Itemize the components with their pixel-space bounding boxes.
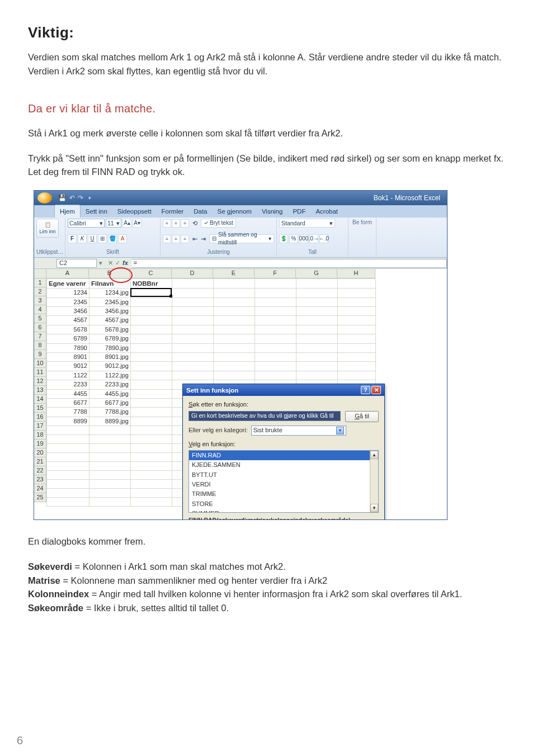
column-header[interactable]: A xyxy=(46,269,89,278)
cell[interactable] xyxy=(131,471,172,480)
cell[interactable] xyxy=(131,343,172,352)
list-item[interactable]: VERDI xyxy=(189,480,378,489)
cell[interactable] xyxy=(131,362,172,371)
cell[interactable]: 9012.jpg xyxy=(90,362,131,371)
fill-handle[interactable] xyxy=(169,295,172,297)
formula-input[interactable]: = xyxy=(131,259,447,268)
scroll-up-icon[interactable]: ▲ xyxy=(370,451,378,459)
cell[interactable] xyxy=(131,480,172,489)
cell[interactable] xyxy=(214,343,255,352)
row-header[interactable]: 4 xyxy=(34,305,46,314)
cell[interactable]: 2233.jpg xyxy=(90,380,131,389)
cell[interactable]: 3456 xyxy=(47,307,90,316)
dialog-help-button[interactable]: ? xyxy=(361,386,370,394)
tab-formler[interactable]: Formler xyxy=(157,205,189,218)
cell[interactable]: 2345.jpg xyxy=(90,297,131,306)
cell[interactable] xyxy=(338,362,376,371)
cell[interactable]: 4455.jpg xyxy=(90,389,131,398)
scrollbar[interactable]: ▲ ▼ xyxy=(370,451,378,512)
cell[interactable] xyxy=(47,435,90,444)
cell[interactable] xyxy=(131,371,172,380)
row-header[interactable]: 5 xyxy=(34,314,46,323)
cell[interactable] xyxy=(131,489,172,498)
currency-icon[interactable]: 💲 xyxy=(279,234,288,243)
grow-font-icon[interactable]: A▴ xyxy=(123,219,131,228)
cell[interactable]: 3456.jpg xyxy=(90,307,131,316)
cell[interactable] xyxy=(255,316,296,325)
save-icon[interactable]: 💾 xyxy=(58,193,67,203)
cell[interactable]: 7788 xyxy=(47,408,90,417)
paste-button[interactable]: 📋 Lim inn xyxy=(36,219,59,238)
underline-button[interactable]: U xyxy=(88,234,97,243)
cell[interactable] xyxy=(214,307,255,316)
cell[interactable] xyxy=(131,334,172,343)
cell[interactable] xyxy=(90,498,131,507)
cell[interactable] xyxy=(338,334,376,343)
scroll-down-icon[interactable]: ▼ xyxy=(370,504,378,512)
list-item[interactable]: FINN.RAD xyxy=(189,451,378,460)
cell[interactable]: 2345 xyxy=(47,297,90,306)
cell[interactable] xyxy=(131,417,172,426)
cell[interactable] xyxy=(255,334,296,343)
office-button[interactable] xyxy=(37,192,52,204)
font-size-select[interactable]: 11▾ xyxy=(106,219,121,228)
cell[interactable]: 4567.jpg xyxy=(90,316,131,325)
cell[interactable] xyxy=(296,362,338,371)
cell[interactable] xyxy=(90,489,131,498)
cell[interactable] xyxy=(47,426,90,435)
row-header[interactable]: 24 xyxy=(34,484,46,493)
row-header[interactable]: 15 xyxy=(34,404,46,413)
cell[interactable] xyxy=(172,334,214,343)
cell[interactable] xyxy=(214,325,255,334)
decrease-decimal-icon[interactable]: ←.0 xyxy=(319,234,328,243)
cell[interactable] xyxy=(338,316,376,325)
cell[interactable] xyxy=(172,371,214,380)
cell[interactable]: 8901 xyxy=(47,352,90,361)
cell[interactable] xyxy=(90,444,131,453)
row-header[interactable]: 17 xyxy=(34,422,46,431)
decrease-indent-icon[interactable]: ⇤ xyxy=(192,235,197,243)
bold-button[interactable]: F xyxy=(68,234,77,243)
cell[interactable] xyxy=(214,279,255,289)
cell[interactable] xyxy=(47,489,90,498)
cell[interactable] xyxy=(131,498,172,507)
tab-sideoppsett[interactable]: Sideoppsett xyxy=(112,205,157,218)
name-box[interactable]: C2 xyxy=(56,259,97,268)
tab-settinn[interactable]: Sett inn xyxy=(81,205,112,218)
cell[interactable]: 2233 xyxy=(47,380,90,389)
row-header[interactable]: 6 xyxy=(34,323,46,332)
cell[interactable] xyxy=(214,289,255,297)
cell[interactable] xyxy=(131,453,172,462)
cell[interactable]: 4567 xyxy=(47,316,90,325)
cell[interactable] xyxy=(47,453,90,462)
tab-segjennom[interactable]: Se gjennom xyxy=(213,205,257,218)
cell[interactable] xyxy=(172,289,214,297)
search-function-input[interactable]: Gi en kort beskrivelse av hva du vil gjø… xyxy=(189,411,341,421)
redo-icon[interactable]: ↷ xyxy=(78,193,83,203)
cell[interactable]: 7788.jpg xyxy=(90,408,131,417)
cell[interactable] xyxy=(172,343,214,352)
italic-button[interactable]: K xyxy=(78,234,87,243)
row-header[interactable]: 3 xyxy=(34,296,46,305)
fill-color-button[interactable]: 🪣 xyxy=(108,234,117,243)
row-header[interactable]: 16 xyxy=(34,413,46,422)
shrink-font-icon[interactable]: A▾ xyxy=(133,219,142,228)
cell[interactable] xyxy=(90,453,131,462)
row-header[interactable]: 7 xyxy=(34,332,46,341)
name-box-dropdown-icon[interactable]: ▾ xyxy=(97,259,105,267)
cell[interactable] xyxy=(131,352,172,361)
font-color-button[interactable]: A xyxy=(118,234,127,243)
align-bottom-icon[interactable]: ≡ xyxy=(181,219,189,228)
cell[interactable] xyxy=(338,307,376,316)
cell[interactable] xyxy=(255,325,296,334)
cell[interactable] xyxy=(172,297,214,306)
cell[interactable] xyxy=(338,279,376,289)
cell[interactable] xyxy=(131,297,172,306)
row-header[interactable]: 13 xyxy=(34,386,46,395)
cell[interactable]: 7890 xyxy=(47,343,90,352)
cell[interactable] xyxy=(131,435,172,444)
cell[interactable]: 5678.jpg xyxy=(90,325,131,334)
increase-indent-icon[interactable]: ⇥ xyxy=(201,235,206,243)
font-name-select[interactable]: Calibri▾ xyxy=(68,219,105,228)
align-middle-icon[interactable]: ≡ xyxy=(172,219,180,228)
